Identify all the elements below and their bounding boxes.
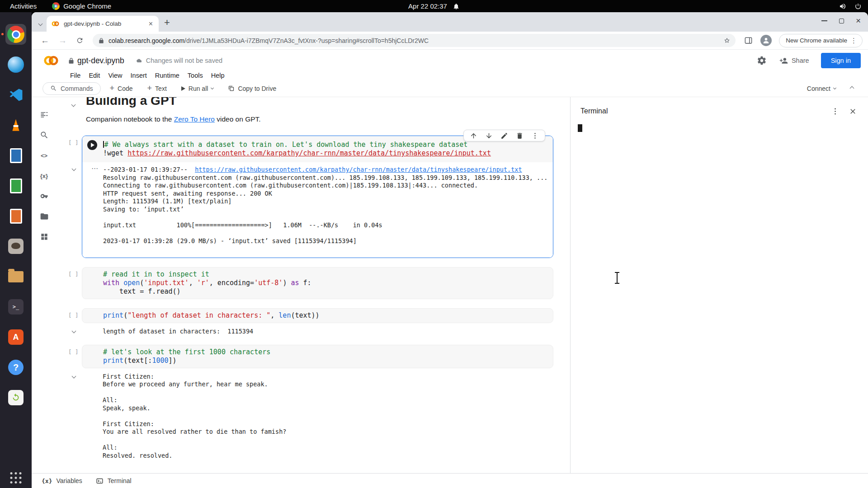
edit-cell-icon[interactable] <box>500 132 508 140</box>
clock[interactable]: Apr 22 02:37 <box>408 2 460 10</box>
menu-tools[interactable]: Tools <box>184 72 207 79</box>
connect-button[interactable]: Connect <box>802 85 841 92</box>
window-close-button[interactable]: × <box>856 18 861 24</box>
volume-icon[interactable] <box>839 3 846 10</box>
menu-view[interactable]: View <box>104 72 126 79</box>
zero-to-hero-link[interactable]: Zero To Hero <box>174 115 215 123</box>
code-cell[interactable]: [ ]# read it in to inspect itwith open('… <box>68 267 553 299</box>
add-text-label: Text <box>155 85 167 92</box>
menu-help[interactable]: Help <box>207 72 229 79</box>
terminal-button[interactable]: Terminal <box>96 477 132 485</box>
terminal-dock-icon[interactable]: >_ <box>5 296 26 317</box>
back-button[interactable]: ← <box>37 36 53 46</box>
window-minimize-button[interactable] <box>821 20 827 21</box>
libreoffice-calc-dock-icon[interactable] <box>5 175 26 196</box>
collapse-output-icon[interactable] <box>72 374 76 378</box>
commands-button[interactable]: Commands <box>42 82 101 95</box>
intro-paragraph: Companion notebook to the Zero To Hero v… <box>86 114 261 124</box>
collapse-header-button[interactable] <box>845 87 859 90</box>
more-cell-actions-icon[interactable] <box>531 132 539 140</box>
copy-to-drive-button[interactable]: Copy to Drive <box>222 85 282 92</box>
variables-icon: {x} <box>42 478 52 484</box>
show-applications-icon[interactable] <box>10 472 22 483</box>
files-icon[interactable] <box>39 211 49 221</box>
power-icon[interactable] <box>854 3 862 10</box>
profile-avatar[interactable] <box>760 35 772 46</box>
find-replace-icon[interactable] <box>39 130 49 140</box>
menu-edit[interactable]: Edit <box>85 72 104 79</box>
terminal-close-icon[interactable] <box>849 107 857 116</box>
vscode-dock-icon[interactable] <box>5 84 26 105</box>
side-panel-icon[interactable] <box>741 36 756 45</box>
table-of-contents-icon[interactable] <box>39 110 49 120</box>
forward-button[interactable]: → <box>55 36 71 46</box>
save-warning[interactable]: Changes will not be saved <box>136 57 222 64</box>
tab-close-icon[interactable]: × <box>147 20 154 28</box>
variables-button[interactable]: {x} Variables <box>42 477 82 484</box>
reload-button[interactable] <box>72 37 87 44</box>
move-cell-up-icon[interactable] <box>470 132 477 140</box>
lock-icon[interactable] <box>98 38 104 44</box>
move-cell-down-icon[interactable] <box>485 132 493 140</box>
secrets-icon[interactable] <box>39 191 49 201</box>
vlc-dock-icon[interactable] <box>5 115 26 136</box>
libreoffice-impress-dock-icon[interactable] <box>5 206 26 226</box>
libreoffice-writer-dock-icon[interactable] <box>5 145 26 166</box>
mouse-cursor-ibeam <box>615 272 619 284</box>
sign-in-button[interactable]: Sign in <box>821 53 861 68</box>
colab-logo-icon[interactable] <box>42 55 60 66</box>
copy-to-drive-label: Copy to Drive <box>238 85 276 92</box>
settings-gear-icon[interactable] <box>751 56 772 66</box>
menu-insert[interactable]: Insert <box>127 72 151 79</box>
chrome-dock-icon[interactable] <box>5 24 26 45</box>
ubuntu-software-dock-icon[interactable]: A <box>5 327 26 347</box>
url-bar[interactable]: colab.research.google.com/drive/1JMLa53H… <box>93 34 736 47</box>
collapse-output-icon[interactable] <box>72 329 76 333</box>
share-button[interactable]: Share <box>772 56 816 65</box>
terminal-more-icon[interactable] <box>831 107 840 116</box>
share-people-icon <box>779 56 788 65</box>
menu-file[interactable]: File <box>66 72 85 79</box>
window-maximize-button[interactable] <box>839 19 844 23</box>
terminal-header-icons <box>831 107 857 116</box>
collapse-section-icon[interactable] <box>71 103 76 107</box>
add-text-button[interactable]: + Text <box>142 84 172 93</box>
gnome-top-bar: Activities Google Chrome Apr 22 02:37 <box>0 0 868 12</box>
help-dock-icon[interactable]: ? <box>5 357 26 378</box>
add-code-button[interactable]: + Code <box>104 84 138 93</box>
code-snippets-icon[interactable]: <> <box>39 150 49 160</box>
run-all-dropdown-icon[interactable] <box>211 86 214 89</box>
connect-dropdown-icon[interactable] <box>833 86 836 89</box>
bookmark-star-icon[interactable] <box>724 38 730 44</box>
run-cell-button[interactable] <box>87 140 97 150</box>
browser-tab[interactable]: gpt-dev.ipynb - Colab × <box>47 16 159 32</box>
gimp-dock-icon[interactable] <box>5 236 26 257</box>
tab-list-chevron-icon[interactable] <box>38 22 43 26</box>
grid-icon[interactable] <box>39 232 49 242</box>
plus-icon: + <box>110 84 115 93</box>
activities-button[interactable]: Activities <box>6 2 40 10</box>
colab-status-bar: {x} Variables Terminal <box>32 473 868 488</box>
notebook-scroll-area[interactable]: Building a GPT Companion notebook to the… <box>57 97 570 473</box>
terminal-panel-header: Terminal <box>571 97 868 118</box>
new-tab-button[interactable]: + <box>164 16 170 29</box>
code-cell[interactable]: [ ]# let's look at the first 1000 charac… <box>68 345 553 460</box>
code-cell[interactable]: [ ]# We always start with a dataset to t… <box>68 136 553 258</box>
browser-menu-icon[interactable]: ⋮ <box>847 37 860 45</box>
files-dock-icon[interactable] <box>5 266 26 287</box>
code-cell[interactable]: [ ]print("length of dataset in character… <box>68 308 553 336</box>
chrome-update-button[interactable]: New Chrome available ⋮ <box>779 34 863 47</box>
tab-title: gpt-dev.ipynb - Colab <box>64 20 143 27</box>
delete-cell-icon[interactable] <box>516 132 524 140</box>
notebook-title[interactable]: gpt-dev.ipynb <box>77 56 124 66</box>
terminal-body[interactable] <box>571 118 868 473</box>
run-all-button[interactable]: Run all <box>176 85 219 92</box>
software-updater-dock-icon[interactable] <box>5 387 26 408</box>
output-actions-icon[interactable]: ⋯ <box>91 164 98 173</box>
collapse-output-icon[interactable] <box>72 167 76 171</box>
focused-app-indicator[interactable]: Google Chrome <box>52 2 111 10</box>
menu-runtime[interactable]: Runtime <box>151 72 184 79</box>
colab-header: gpt-dev.ipynb Changes will not be saved … <box>32 50 868 82</box>
blue-sphere-dock-icon[interactable] <box>5 54 26 75</box>
variable-inspector-icon[interactable]: {x} <box>39 171 49 181</box>
